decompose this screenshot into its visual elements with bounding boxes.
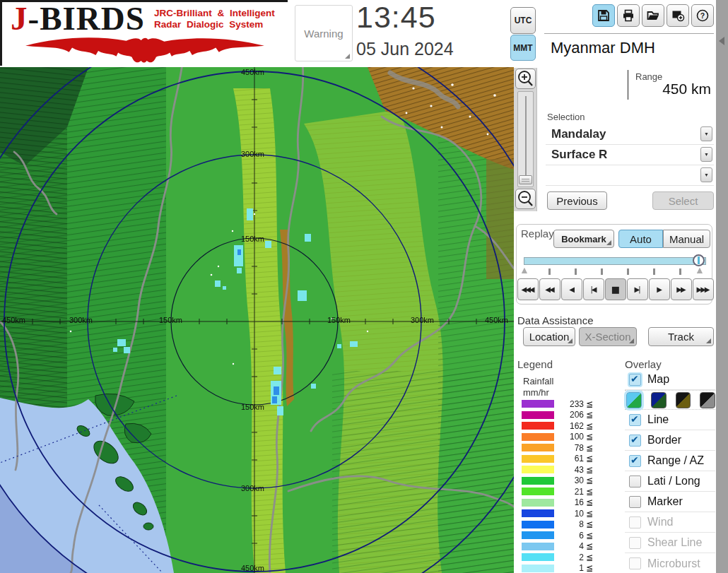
auto-mode-button[interactable]: Auto: [618, 230, 663, 248]
checkbox-icon[interactable]: [629, 414, 641, 426]
product-dropdown-value: Surface R: [551, 148, 607, 162]
replay-progress-slider[interactable]: [524, 257, 706, 265]
legend-entry: 16≦: [522, 499, 603, 507]
bookmark-button[interactable]: Bookmark: [553, 230, 614, 248]
panel-collapse-strip[interactable]: [716, 0, 728, 573]
collapse-arrow-icon[interactable]: [719, 37, 724, 45]
location-button[interactable]: Location: [523, 327, 575, 346]
legend-swatch: [522, 400, 554, 408]
legend-entry: 78≦: [522, 444, 603, 451]
play-reverse-button[interactable]: ◀: [561, 278, 582, 300]
save-button[interactable]: [592, 4, 615, 27]
ring-label: 450km: [241, 564, 264, 572]
legend-entry: 4≦: [522, 543, 603, 550]
overlay-label: Overlay: [625, 358, 662, 370]
play-button[interactable]: ▶: [649, 278, 670, 300]
track-button[interactable]: Track: [648, 327, 714, 346]
checkbox-icon[interactable]: [629, 374, 641, 386]
zoom-slider-thumb[interactable]: [519, 175, 532, 184]
product-dropdown[interactable]: Surface R ▼: [546, 145, 714, 165]
legend-swatch: [522, 543, 554, 550]
print-icon: [621, 8, 635, 23]
xsection-button[interactable]: X-Section: [579, 327, 637, 346]
legend-unit-line2: mm/hr: [523, 387, 549, 398]
ring-label: 450km: [241, 68, 264, 76]
map-style-swatch-3[interactable]: [676, 392, 691, 408]
legend-swatch: [522, 411, 554, 419]
legend-swatch: [522, 455, 554, 463]
legend-label: Legend: [517, 358, 553, 370]
legend-swatch: [522, 521, 554, 528]
stop-button[interactable]: ■: [605, 278, 626, 300]
capture-image-button[interactable]: [667, 4, 689, 27]
manual-mode-button[interactable]: Manual: [663, 230, 710, 248]
radar-map-view[interactable]: 450km 300km 150km 150km 300km 450km 450k…: [0, 67, 514, 573]
slider-start-marker[interactable]: ▲: [519, 265, 529, 275]
logo-title: J-BIRDS: [11, 0, 145, 37]
map-style-swatch-1[interactable]: [626, 392, 642, 408]
print-button[interactable]: [617, 4, 640, 27]
overlay-item-line[interactable]: Line: [625, 410, 715, 430]
overlay-item-border[interactable]: Border: [625, 430, 715, 451]
mmt-toggle-button[interactable]: MMT: [510, 35, 536, 61]
site-dropdown[interactable]: Mandalay ▼: [546, 124, 714, 145]
help-button[interactable]: ?: [691, 4, 714, 27]
zoom-slider-track[interactable]: [517, 91, 534, 187]
ring-label: 450km: [2, 316, 25, 324]
jbirds-app-window: J-BIRDS JRC-Brilliant & Intelligent Rada…: [0, 0, 728, 573]
legend-entry: 162≦: [522, 422, 603, 430]
select-button[interactable]: Select: [652, 191, 714, 210]
chevron-down-icon[interactable]: ▼: [700, 126, 712, 141]
legend-swatch: [522, 509, 554, 517]
checkbox-icon[interactable]: [629, 496, 641, 508]
help-icon: ?: [695, 8, 710, 23]
zoom-out-button[interactable]: [515, 189, 536, 209]
legend-entry: 6≦: [522, 531, 603, 539]
clock-date: 05 Jun 2024: [356, 39, 454, 59]
map-style-swatch-4[interactable]: [700, 392, 715, 408]
ring-label: 300km: [411, 316, 434, 324]
extra-dropdown[interactable]: ▼: [546, 165, 714, 186]
overlay-item-wind: Wind: [625, 512, 715, 533]
overlay-item-marker[interactable]: Marker: [625, 492, 715, 512]
checkbox-icon: [629, 557, 641, 569]
header-divider: [544, 33, 714, 34]
legend-swatch: [522, 499, 554, 507]
checkbox-icon[interactable]: [629, 435, 641, 447]
fast-forward-button[interactable]: ▶▶: [671, 278, 692, 300]
step-back-button[interactable]: |◀: [583, 278, 604, 300]
utc-toggle-button[interactable]: UTC: [510, 7, 536, 34]
clock-time: 13:45: [356, 0, 436, 35]
slider-end-marker[interactable]: ▲: [695, 265, 705, 275]
skip-start-button[interactable]: ◀◀◀: [517, 278, 539, 300]
overlay-item-lati-long[interactable]: Lati / Long: [625, 471, 715, 492]
chevron-down-icon[interactable]: ▼: [700, 167, 712, 182]
zoom-out-icon: [516, 189, 535, 208]
fast-rewind-button[interactable]: ◀◀: [539, 278, 560, 300]
legend-entry: 206≦: [522, 411, 603, 419]
legend-entry: 61≦: [522, 455, 603, 463]
overlay-item-map[interactable]: Map: [625, 370, 715, 390]
checkbox-icon[interactable]: [629, 455, 641, 467]
add-image-icon: [671, 8, 685, 23]
legend-swatch: [522, 488, 554, 495]
ring-label: 300km: [241, 150, 264, 158]
previous-button[interactable]: Previous: [547, 191, 607, 210]
checkbox-icon[interactable]: [629, 475, 641, 488]
legend-swatch: [522, 565, 554, 572]
chevron-down-icon[interactable]: ▼: [700, 147, 712, 162]
save-icon: [597, 8, 611, 23]
overlay-item-range-az[interactable]: Range / AZ: [625, 451, 715, 471]
warning-button[interactable]: Warning: [295, 5, 353, 61]
legend-entry: 1≦: [522, 565, 603, 572]
legend-swatch: [522, 553, 554, 561]
zoom-in-button[interactable]: [515, 69, 536, 89]
header-bar: J-BIRDS JRC-Brilliant & Intelligent Rada…: [0, 0, 728, 67]
map-style-selector: [625, 390, 715, 410]
open-file-button[interactable]: [642, 4, 664, 27]
ring-label: 300km: [241, 484, 264, 492]
map-style-swatch-2[interactable]: [651, 392, 667, 408]
step-forward-button[interactable]: ▶|: [627, 278, 648, 300]
legend-entry: 100≦: [522, 433, 603, 441]
skip-end-button[interactable]: ▶▶▶: [693, 278, 714, 300]
